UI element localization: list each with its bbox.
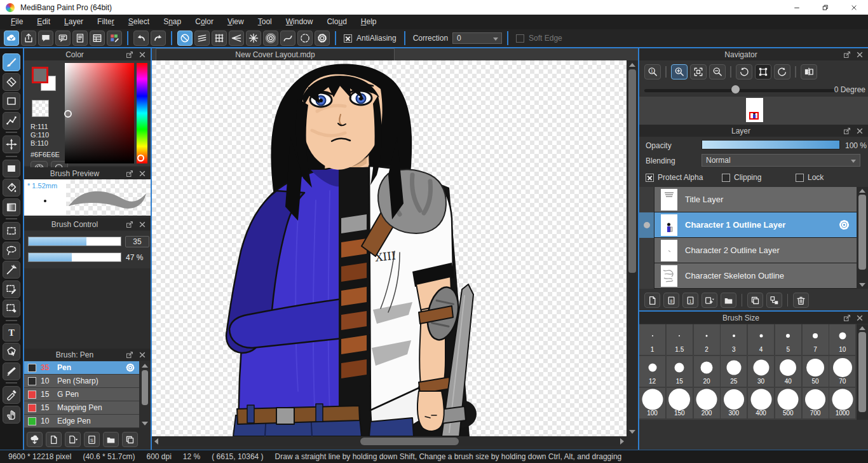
operation-tool[interactable] bbox=[3, 343, 20, 361]
rectangle-tool[interactable] bbox=[3, 92, 20, 110]
snap-ellipse-icon[interactable] bbox=[297, 31, 313, 46]
merge-down-icon[interactable] bbox=[766, 293, 782, 308]
menu-filter[interactable]: Filter bbox=[90, 15, 121, 29]
menu-view[interactable]: View bbox=[220, 15, 251, 29]
fill-rect-tool[interactable] bbox=[3, 160, 20, 177]
brush-opacity-slider[interactable] bbox=[28, 252, 121, 262]
polyline-tool[interactable] bbox=[3, 112, 20, 130]
select-pen-tool[interactable] bbox=[3, 280, 20, 298]
rotate-cw-icon[interactable] bbox=[774, 64, 790, 79]
layer-row-character-skeleton-outline[interactable]: Character Skeleton Outline bbox=[639, 263, 857, 289]
rotate-reset-icon[interactable] bbox=[755, 64, 771, 79]
layer-opacity-slider[interactable] bbox=[702, 140, 840, 149]
menu-help[interactable]: Help bbox=[354, 15, 384, 29]
brush-list-scrollbar[interactable] bbox=[139, 361, 151, 428]
add-layer-menu-icon[interactable] bbox=[702, 293, 717, 308]
brush-size-20[interactable]: 20 bbox=[694, 356, 721, 387]
brush-size-30[interactable]: 30 bbox=[748, 356, 775, 387]
close-button[interactable] bbox=[839, 0, 868, 15]
script-page-icon[interactable]: S bbox=[84, 432, 100, 447]
brush-size-7[interactable]: 7 bbox=[803, 324, 829, 356]
brush-size-25[interactable]: 25 bbox=[721, 356, 747, 387]
popout-icon[interactable] bbox=[125, 350, 134, 359]
canvas-horizontal-scrollbar[interactable] bbox=[152, 436, 627, 446]
menu-snap[interactable]: Snap bbox=[156, 15, 188, 29]
snap-parallel-icon[interactable] bbox=[194, 31, 210, 46]
close-icon[interactable] bbox=[138, 220, 147, 229]
hue-slider[interactable] bbox=[137, 63, 147, 163]
document-tab[interactable]: New Cover Layout.mdp bbox=[156, 48, 395, 60]
eyedropper-tool[interactable] bbox=[3, 386, 20, 404]
undo-icon[interactable] bbox=[133, 31, 149, 46]
trash-icon[interactable] bbox=[793, 293, 809, 308]
saturation-value-picker[interactable] bbox=[65, 63, 134, 163]
popout-icon[interactable] bbox=[125, 220, 134, 229]
restore-button[interactable] bbox=[811, 0, 839, 15]
brush-size-1000[interactable]: 1000 bbox=[829, 388, 856, 419]
popout-icon[interactable] bbox=[125, 169, 134, 178]
duplicate-icon[interactable] bbox=[122, 432, 138, 447]
sv-picker-ring[interactable] bbox=[64, 110, 72, 118]
cloud-download-icon[interactable] bbox=[27, 432, 43, 447]
close-icon[interactable] bbox=[138, 169, 147, 178]
snap-off-icon[interactable] bbox=[177, 31, 193, 46]
menu-layer[interactable]: Layer bbox=[57, 15, 90, 29]
popout-icon[interactable] bbox=[843, 127, 851, 135]
navigator-page-thumbnail[interactable] bbox=[746, 98, 763, 122]
zoom-in-icon[interactable] bbox=[671, 64, 688, 79]
brush-size-40[interactable]: 40 bbox=[775, 356, 802, 387]
brush-size-scrollbar[interactable] bbox=[857, 324, 868, 420]
settings-gear-icon[interactable] bbox=[315, 31, 330, 46]
checkbox-icon[interactable] bbox=[796, 174, 804, 182]
snap-grid-icon[interactable] bbox=[212, 31, 227, 46]
new-page-icon[interactable] bbox=[46, 432, 62, 447]
brush-size-50[interactable]: 50 bbox=[803, 356, 829, 387]
brush-size-15[interactable]: 15 bbox=[667, 356, 693, 387]
brush-size-150[interactable]: 150 bbox=[667, 388, 693, 419]
rotate-ccw-icon[interactable] bbox=[736, 64, 752, 79]
canvas-vertical-scrollbar[interactable] bbox=[627, 60, 638, 436]
popout-icon[interactable] bbox=[125, 50, 134, 59]
brush-size-4[interactable]: 4 bbox=[748, 324, 775, 356]
brush-tool[interactable] bbox=[3, 53, 20, 71]
palette-pencil-icon[interactable] bbox=[107, 31, 122, 46]
move-tool[interactable] bbox=[3, 135, 20, 153]
layer-row-character-1-outline-layer[interactable]: Character 1 Outline Layer bbox=[639, 212, 857, 238]
layer-visibility-column[interactable] bbox=[639, 263, 654, 289]
menu-edit[interactable]: Edit bbox=[30, 15, 57, 29]
close-icon[interactable] bbox=[855, 127, 864, 135]
foreground-color-swatch[interactable] bbox=[32, 67, 48, 83]
brush-size-5[interactable]: 5 bbox=[775, 324, 802, 356]
layer-visibility-column[interactable] bbox=[639, 238, 654, 263]
hue-picker-ring[interactable] bbox=[137, 155, 144, 162]
brush-item-pen[interactable]: 35Pen bbox=[24, 361, 139, 375]
snap-radial-icon[interactable] bbox=[246, 31, 261, 46]
gradient-tool[interactable] bbox=[3, 198, 20, 216]
divide-tool[interactable] bbox=[3, 363, 20, 380]
brush-size-value[interactable]: 35 bbox=[125, 236, 149, 247]
layer-row-title-layer[interactable]: Title Layer bbox=[639, 187, 857, 212]
lock-option[interactable]: Lock bbox=[796, 173, 824, 182]
correction-dropdown[interactable]: 0 bbox=[452, 32, 502, 44]
brush-size-12[interactable]: 12 bbox=[639, 356, 666, 387]
text-tool[interactable]: T bbox=[3, 324, 20, 342]
zoom-100-icon[interactable]: 1 bbox=[644, 64, 661, 79]
cloud-check-icon[interactable] bbox=[4, 31, 19, 46]
flip-horizontal-icon[interactable] bbox=[801, 64, 817, 79]
redo-icon[interactable] bbox=[151, 31, 166, 46]
rotation-slider-thumb[interactable] bbox=[731, 85, 740, 93]
rotation-slider[interactable] bbox=[644, 89, 835, 92]
grid-window-icon[interactable] bbox=[90, 31, 105, 46]
layer-list-scrollbar[interactable] bbox=[857, 187, 868, 289]
layer-visibility-column[interactable] bbox=[639, 212, 654, 238]
canvas[interactable]: XIII bbox=[152, 60, 627, 436]
gear-icon[interactable] bbox=[838, 219, 850, 231]
menu-file[interactable]: File bbox=[4, 15, 30, 29]
brush-item-g-pen[interactable]: 15G Pen bbox=[24, 388, 139, 401]
lasso-tool[interactable] bbox=[3, 242, 20, 259]
document-icon[interactable] bbox=[72, 31, 88, 46]
hand-tool[interactable] bbox=[3, 406, 20, 424]
transparent-color-swatch[interactable] bbox=[32, 100, 49, 117]
gear-icon[interactable] bbox=[125, 363, 135, 373]
brush-size-10[interactable]: 10 bbox=[829, 324, 856, 356]
